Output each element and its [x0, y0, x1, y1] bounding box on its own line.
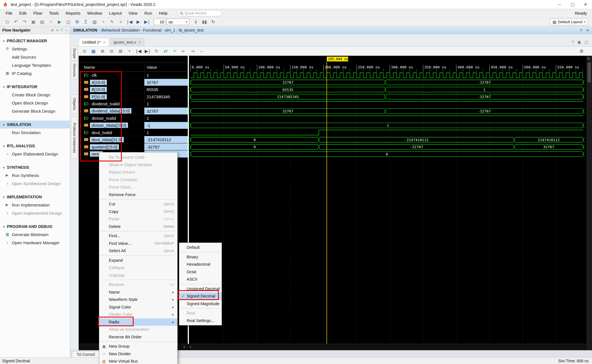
- signal-value-b-15-0[interactable]: 65535: [144, 86, 188, 93]
- tab-untitled-1[interactable]: Untitled 1*×: [79, 38, 109, 46]
- time-span-icon[interactable]: ↔: [198, 47, 206, 55]
- menu-item-real-settings[interactable]: Real Settings...: [179, 317, 222, 325]
- signal-value-a-15-0[interactable]: 32767: [144, 79, 188, 86]
- run-to-start-icon[interactable]: ∣◀: [126, 18, 133, 26]
- redo-icon[interactable]: ↷: [21, 18, 28, 26]
- side-tab-scope[interactable]: Scope: [71, 46, 78, 61]
- float-icon[interactable]: ▣: [577, 40, 581, 44]
- go-to-time-end-icon[interactable]: ⇥: [189, 47, 197, 55]
- expand-arrow-icon[interactable]: ›: [7, 151, 8, 156]
- menu-tools[interactable]: Tools: [46, 9, 62, 17]
- menu-layout[interactable]: Layout: [106, 9, 125, 17]
- restart-icon[interactable]: ↻: [209, 18, 217, 26]
- expand-icon[interactable]: ›: [80, 109, 84, 113]
- next-transition-icon[interactable]: ▶∣: [143, 47, 152, 55]
- signal-row-dout-tdata-31-0[interactable]: ›dout_tdata[31:0]: [79, 136, 144, 143]
- zoom-to-cursor-icon[interactable]: +: [125, 47, 134, 55]
- menu-window[interactable]: Window: [84, 9, 105, 17]
- flow-item-settings[interactable]: ⚙Settings: [0, 45, 70, 53]
- close-icon[interactable]: ×: [138, 40, 141, 45]
- menu-item-signed-magnitude[interactable]: Signed Magnitude: [179, 300, 222, 308]
- signal-value-quotient-15-0[interactable]: -32767: [144, 143, 188, 150]
- expand-icon[interactable]: ›: [80, 152, 84, 156]
- signal-row-dividend-tvalid[interactable]: dividend_tvalid: [79, 100, 144, 107]
- close-icon[interactable]: ✕: [586, 28, 589, 32]
- menu-reports[interactable]: Reports: [62, 9, 84, 17]
- menu-item-remove-force[interactable]: Remove Force: [99, 191, 177, 199]
- expand-icon[interactable]: ›: [80, 88, 84, 92]
- cancel-icon[interactable]: ×: [100, 18, 107, 26]
- maximize-button[interactable]: ▢: [566, 0, 579, 9]
- edit-icon[interactable]: ✎: [108, 18, 116, 26]
- report-icon[interactable]: ▥: [91, 18, 98, 26]
- flow-item-add-sources[interactable]: Add Sources: [0, 53, 70, 61]
- flow-item-language-templates[interactable]: Language Templates: [0, 61, 70, 69]
- minimize-button[interactable]: ─: [553, 0, 566, 9]
- step-icon[interactable]: ⇓: [192, 18, 200, 26]
- menu-item-octal[interactable]: Octal: [179, 268, 222, 276]
- signal-value-dividend-tvalid[interactable]: 1: [144, 100, 188, 107]
- menu-item-new-virtual-bus[interactable]: ▦New Virtual Bus: [99, 358, 177, 364]
- flow-item-generate-bitstream[interactable]: ▦Generate Bitstream: [0, 230, 70, 239]
- signal-row-divisor-tvalid[interactable]: divisor_tvalid: [79, 115, 144, 122]
- vertical-scrollbar[interactable]: ▴: [586, 56, 592, 350]
- signal-value-divisor-tdata-15-0[interactable]: -1: [144, 122, 188, 129]
- flow-section-synthesis[interactable]: ∨SYNTHESIS: [0, 163, 70, 171]
- signal-value-clk[interactable]: 1: [144, 72, 188, 79]
- menu-item-delete[interactable]: DeleteDelete: [99, 223, 177, 230]
- copy-icon[interactable]: ▣: [30, 18, 37, 26]
- menu-item-signal-color[interactable]: Signal Color▸: [99, 303, 177, 311]
- probe-icon[interactable]: +: [117, 18, 125, 26]
- expand-arrow-icon[interactable]: ›: [7, 240, 8, 245]
- flow-item-open-synthesized-design[interactable]: ›Open Synthesized Design: [0, 179, 70, 188]
- go-to-time-start-icon[interactable]: ⇤: [180, 47, 188, 55]
- tab-ipcore-test-v[interactable]: ipcore_test.v×: [110, 38, 145, 46]
- signal-row-clk[interactable]: clk: [79, 72, 144, 79]
- wave-settings-gear-icon[interactable]: ⚙: [580, 48, 584, 54]
- flow-item-generate-block-design[interactable]: Generate Block Design: [0, 107, 70, 115]
- flow-item-open-implemented-design[interactable]: ›Open Implemented Design: [0, 209, 70, 217]
- expand-icon[interactable]: ›: [80, 80, 84, 84]
- save-icon[interactable]: ▦: [89, 47, 98, 55]
- menu-run[interactable]: Run: [141, 9, 156, 17]
- scroll-up-icon[interactable]: ▴: [588, 56, 589, 60]
- scrollbar-thumb[interactable]: [587, 63, 591, 82]
- signal-value-dout-tdata-31-0[interactable]: -2147418112: [144, 136, 188, 143]
- simulation-time-input[interactable]: [154, 19, 165, 25]
- expand-icon[interactable]: ›: [80, 145, 84, 149]
- menu-item-unsigned-decimal[interactable]: Unsigned Decimal: [179, 285, 222, 293]
- flow-item-run-implementation[interactable]: ▶Run Implementation: [0, 201, 70, 209]
- relaunch-simulation-icon[interactable]: ↻: [153, 47, 161, 55]
- menu-item-reverse-bit-order[interactable]: Reverse Bit Order: [99, 333, 177, 341]
- menu-item-expand[interactable]: Expand: [99, 257, 177, 264]
- zoom-fit-icon[interactable]: ⊠: [116, 47, 125, 55]
- signal-row-dividend-tdata-15-0[interactable]: ›dividend_tdata[15:0]: [79, 108, 144, 115]
- quick-access-input[interactable]: Quick Access: [177, 10, 222, 16]
- add-icon[interactable]: +: [171, 47, 179, 55]
- side-tab-objects[interactable]: Objects: [71, 94, 78, 114]
- menu-item-hexadecimal[interactable]: Hexadecimal: [179, 261, 222, 268]
- menu-item-signed-decimal[interactable]: ✓Signed Decimal: [179, 292, 222, 300]
- expand-icon[interactable]: ›: [80, 95, 84, 99]
- maximize-icon[interactable]: ▢: [585, 40, 588, 44]
- signal-row-dout-tvalid[interactable]: dout_tvalid: [79, 129, 144, 136]
- signal-row-quotient-15-0[interactable]: ›quotient[15:0]: [79, 143, 144, 150]
- signal-row-divisor-tdata-15-0[interactable]: ›divisor_tdata[15:0]: [79, 122, 144, 129]
- find-icon[interactable]: ⊙: [80, 47, 89, 55]
- menu-item-new-divider[interactable]: ─New Divider: [99, 350, 177, 358]
- menu-item-cut[interactable]: CutCtrl+X: [99, 200, 177, 208]
- signal-row-b-15-0[interactable]: ›B[15:0]: [79, 86, 144, 93]
- expand-arrow-icon[interactable]: ›: [7, 210, 8, 215]
- flow-item-run-synthesis[interactable]: ▶Run Synthesis: [0, 171, 70, 179]
- paste-icon[interactable]: ▤: [38, 18, 46, 26]
- expand-right-icon[interactable]: ›: [184, 345, 185, 349]
- tab-tcl-console[interactable]: Tcl Consol: [72, 351, 100, 358]
- sum-icon[interactable]: Σ: [82, 18, 90, 26]
- side-tab-sources[interactable]: Sources: [71, 61, 78, 79]
- close-icon[interactable]: ×: [103, 40, 105, 45]
- flow-section-program-and-debug[interactable]: ∨PROGRAM AND DEBUG: [0, 223, 70, 230]
- menu-item-default[interactable]: Default: [179, 244, 222, 251]
- flow-item-run-simulation[interactable]: Run Simulation: [0, 128, 70, 137]
- undo-icon[interactable]: ↶: [12, 18, 20, 26]
- close-button[interactable]: ✕: [579, 0, 592, 9]
